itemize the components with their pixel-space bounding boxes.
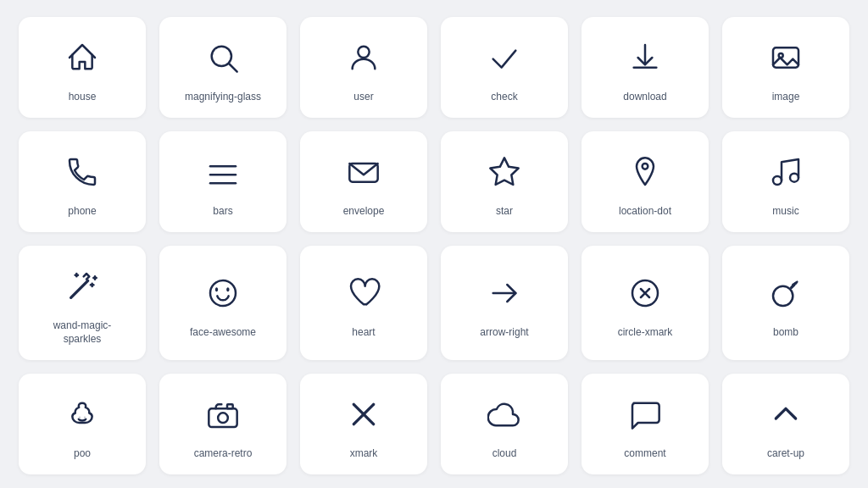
svg-point-30 [80, 417, 81, 418]
heart-icon [342, 271, 386, 315]
arrow-right-icon [482, 271, 526, 315]
envelope-label: envelope [343, 204, 385, 219]
star-label: star [496, 204, 513, 219]
location-dot-label: location-dot [619, 204, 671, 219]
camera-retro-label: camera-retro [194, 446, 253, 461]
icon-card-caret-up[interactable]: caret-up [722, 374, 849, 474]
wand-magic-sparkles-label: wand-magic- sparkles [53, 319, 112, 347]
download-label: download [623, 90, 666, 104]
wand-magic-sparkles-icon [60, 264, 104, 308]
music-label: music [772, 204, 798, 219]
svg-rect-34 [227, 405, 233, 409]
xmark-icon [342, 392, 386, 436]
icon-card-envelope[interactable]: envelope [300, 131, 427, 232]
icon-card-face-awesome[interactable]: face-awesome [159, 246, 287, 361]
svg-line-1 [230, 64, 237, 72]
svg-point-25 [773, 286, 793, 306]
icon-card-poo[interactable]: poo [19, 374, 146, 474]
circle-xmark-label: circle-xmark [618, 325, 673, 340]
svg-point-31 [85, 417, 86, 418]
envelope-icon [342, 150, 386, 194]
svg-marker-9 [490, 158, 518, 185]
camera-retro-icon [201, 392, 245, 436]
icon-card-check[interactable]: check [441, 17, 568, 118]
phone-icon [60, 150, 104, 194]
icon-card-wand-magic-sparkles[interactable]: wand-magic- sparkles [19, 246, 146, 361]
icon-card-image[interactable]: image [722, 17, 849, 118]
phone-label: phone [68, 204, 96, 219]
svg-point-12 [790, 173, 798, 181]
face-awesome-label: face-awesome [190, 325, 256, 340]
music-icon [764, 150, 808, 194]
icon-card-bomb[interactable]: bomb [722, 246, 849, 361]
bomb-label: bomb [773, 325, 798, 340]
face-awesome-icon [201, 271, 245, 315]
user-icon [342, 36, 386, 80]
comment-label: comment [624, 446, 665, 461]
comment-icon [623, 392, 667, 436]
svg-rect-32 [209, 409, 236, 428]
bars-label: bars [213, 204, 232, 219]
cloud-label: cloud [492, 446, 517, 461]
icon-card-circle-xmark[interactable]: circle-xmark [581, 246, 709, 361]
svg-line-13 [71, 280, 88, 297]
house-icon [60, 36, 104, 80]
svg-point-33 [218, 413, 228, 424]
icon-card-arrow-right[interactable]: arrow-right [441, 246, 568, 361]
svg-point-11 [773, 176, 782, 185]
icon-card-camera-retro[interactable]: camera-retro [159, 374, 287, 474]
bomb-icon [764, 271, 808, 315]
image-label: image [772, 90, 800, 104]
user-label: user [353, 90, 373, 104]
svg-point-20 [210, 280, 236, 306]
heart-label: heart [352, 325, 375, 340]
svg-point-10 [643, 164, 648, 169]
check-icon [482, 36, 526, 80]
svg-point-0 [212, 47, 231, 66]
icon-grid: house magnifying-glass user check downlo… [19, 17, 849, 474]
poo-icon [60, 392, 104, 436]
icon-card-music[interactable]: music [722, 131, 849, 232]
check-label: check [491, 90, 517, 104]
circle-xmark-icon [623, 271, 667, 315]
magnifying-glass-icon [201, 36, 245, 80]
location-dot-icon [623, 150, 667, 194]
house-label: house [69, 90, 97, 104]
cloud-icon [482, 392, 526, 436]
magnifying-glass-label: magnifying-glass [185, 90, 261, 104]
icon-card-location-dot[interactable]: location-dot [581, 131, 709, 232]
icon-card-download[interactable]: download [581, 17, 709, 118]
icon-card-xmark[interactable]: xmark [300, 374, 427, 474]
poo-label: poo [74, 446, 91, 461]
xmark-label: xmark [350, 446, 378, 461]
icon-card-user[interactable]: user [300, 17, 427, 118]
icon-card-bars[interactable]: bars [159, 131, 287, 232]
bars-icon [201, 150, 245, 194]
icon-card-magnifying-glass[interactable]: magnifying-glass [159, 17, 287, 118]
star-icon [482, 150, 526, 194]
svg-point-2 [358, 47, 369, 58]
icon-card-comment[interactable]: comment [581, 374, 709, 474]
icon-card-house[interactable]: house [19, 17, 146, 118]
icon-card-star[interactable]: star [441, 131, 568, 232]
caret-up-label: caret-up [767, 446, 804, 461]
icon-card-cloud[interactable]: cloud [441, 374, 568, 474]
caret-up-icon [764, 392, 808, 436]
icon-card-phone[interactable]: phone [19, 131, 146, 232]
arrow-right-label: arrow-right [480, 325, 528, 340]
icon-card-heart[interactable]: heart [300, 246, 427, 361]
image-icon [764, 36, 808, 80]
download-icon [623, 36, 667, 80]
